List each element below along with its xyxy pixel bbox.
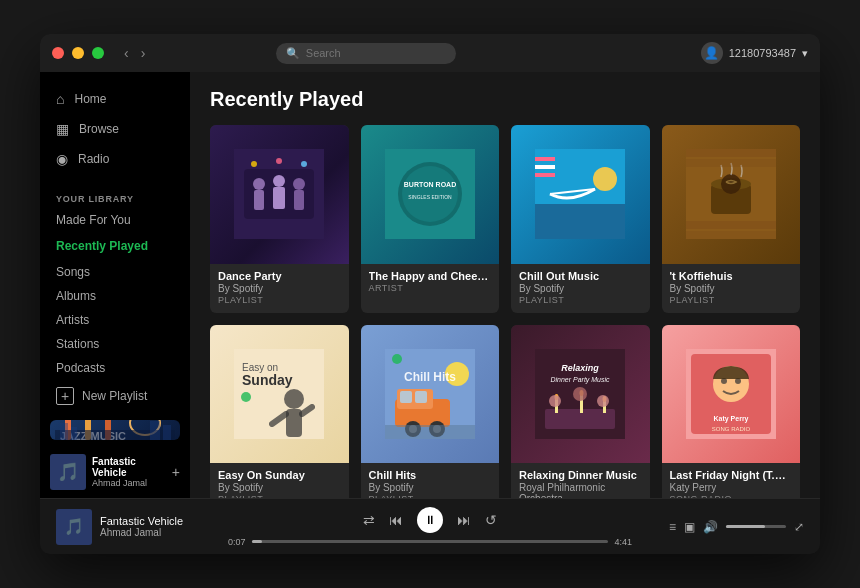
svg-point-73 <box>549 395 561 407</box>
sidebar-item-artists[interactable]: Artists <box>40 308 190 332</box>
card-title: Chill Out Music <box>519 270 642 282</box>
svg-point-74 <box>573 387 587 401</box>
progress-bar[interactable] <box>252 540 609 543</box>
svg-text:Relaxing: Relaxing <box>561 363 599 373</box>
card-relaxing-dinner[interactable]: Relaxing Dinner Party Music Relaxing Din… <box>511 325 650 499</box>
card-type: PLAYLIST <box>670 295 793 305</box>
svg-text:Dinner Party Music: Dinner Party Music <box>551 376 611 384</box>
card-info: Last Friday Night (T.G.I.F.) Katy Perry … <box>662 463 801 498</box>
minimize-button[interactable] <box>72 47 84 59</box>
next-button[interactable]: ⏭ <box>457 512 471 528</box>
player-track-info: 🎵 Fantastic Vehicle Ahmad Jamal <box>56 509 216 545</box>
devices-button[interactable]: ▣ <box>684 520 695 534</box>
sidebar-item-albums[interactable]: Albums <box>40 284 190 308</box>
card-thumb <box>210 125 349 264</box>
chevron-down-icon[interactable]: ▾ <box>802 47 808 60</box>
jazz-card[interactable]: JAZZ MUSIC <box>50 420 180 440</box>
volume-bar[interactable] <box>726 525 786 528</box>
sidebar-item-browse[interactable]: ▦ Browse <box>40 114 190 144</box>
card-happy-cheerful[interactable]: BURTON ROAD SINGLES EDITION The Happy an… <box>361 125 500 313</box>
card-thumb-inner: BURTON ROAD SINGLES EDITION <box>361 125 500 264</box>
card-koffiehuis[interactable]: 't Koffiehuis By Spotify PLAYLIST <box>662 125 801 313</box>
card-info: Dance Party By Spotify PLAYLIST <box>210 264 349 313</box>
maximize-button[interactable] <box>92 47 104 59</box>
svg-rect-16 <box>254 190 264 210</box>
card-info: 't Koffiehuis By Spotify PLAYLIST <box>662 264 801 313</box>
card-info: Chill Out Music By Spotify PLAYLIST <box>511 264 650 313</box>
search-bar[interactable]: 🔍 <box>276 43 456 64</box>
card-title: The Happy and Cheerful Music Jar <box>369 270 492 282</box>
sidebar-item-label: Browse <box>79 122 119 136</box>
svg-text:Chill Hits: Chill Hits <box>404 370 456 384</box>
volume-button[interactable]: 🔊 <box>703 520 718 534</box>
card-by: By Spotify <box>218 283 341 294</box>
sidebar-item-stations[interactable]: Stations <box>40 332 190 356</box>
volume-fill <box>726 525 765 528</box>
svg-rect-43 <box>686 231 776 239</box>
card-thumb-inner: Katy Perry SONG RADIO <box>662 325 801 464</box>
svg-point-17 <box>273 175 285 187</box>
svg-rect-55 <box>400 391 412 403</box>
svg-point-21 <box>251 161 257 167</box>
player-track-details: Fantastic Vehicle Ahmad Jamal <box>100 515 216 538</box>
svg-point-75 <box>597 395 609 407</box>
card-last-friday[interactable]: Katy Perry SONG RADIO Last Friday Night … <box>662 325 801 499</box>
card-title: Relaxing Dinner Music <box>519 469 642 481</box>
svg-text:SONG RADIO: SONG RADIO <box>712 426 751 432</box>
card-easy-sunday[interactable]: Easy on Sunday Easy On Sunday By Spotify… <box>210 325 349 499</box>
card-chill-hits[interactable]: Chill Hits Chill Hits By Spotify PLAYLIS… <box>361 325 500 499</box>
add-to-library-button[interactable]: + <box>172 464 180 480</box>
sidebar-item-recently-played[interactable]: Recently Played <box>40 232 190 260</box>
progress-fill <box>252 540 263 543</box>
card-type: ARTIST <box>369 283 492 293</box>
svg-point-15 <box>253 178 265 190</box>
browse-icon: ▦ <box>56 121 69 137</box>
time-total: 4:41 <box>614 537 632 547</box>
player-track-artist: Ahmad Jamal <box>100 527 216 538</box>
forward-button[interactable]: › <box>137 43 150 63</box>
queue-button[interactable]: ≡ <box>669 520 676 534</box>
card-by: Royal Philharmonic Orchestra <box>519 482 642 498</box>
prev-button[interactable]: ⏮ <box>389 512 403 528</box>
svg-point-31 <box>593 167 617 191</box>
card-info: The Happy and Cheerful Music Jar ARTIST <box>361 264 500 301</box>
main-content: Recently Played <box>190 72 820 498</box>
svg-rect-62 <box>385 425 475 439</box>
svg-text:Sunday: Sunday <box>242 372 293 388</box>
repeat-button[interactable]: ↺ <box>485 512 497 528</box>
card-thumb-inner: Chill Hits <box>361 325 500 464</box>
back-button[interactable]: ‹ <box>120 43 133 63</box>
new-playlist-label: New Playlist <box>82 389 147 403</box>
card-thumb: Relaxing Dinner Party Music <box>511 325 650 464</box>
card-dance-party[interactable]: Dance Party By Spotify PLAYLIST <box>210 125 349 313</box>
now-playing-info: Fantastic Vehicle Ahmad Jamal <box>92 456 166 488</box>
card-chill-out[interactable]: Chill Out Music By Spotify PLAYLIST <box>511 125 650 313</box>
sidebar-item-made-for-you[interactable]: Made For You <box>40 208 190 232</box>
card-title: Dance Party <box>218 270 341 282</box>
svg-rect-30 <box>535 204 625 239</box>
close-button[interactable] <box>52 47 64 59</box>
play-pause-button[interactable]: ⏸ <box>417 507 443 533</box>
sidebar-item-radio[interactable]: ◉ Radio <box>40 144 190 174</box>
svg-rect-20 <box>294 190 304 210</box>
sidebar-item-songs[interactable]: Songs <box>40 260 190 284</box>
card-by: Katy Perry <box>670 482 793 493</box>
search-input[interactable] <box>306 47 436 59</box>
new-playlist-button[interactable]: + New Playlist <box>40 380 190 412</box>
sidebar-item-home[interactable]: ⌂ Home <box>40 84 190 114</box>
now-playing-thumb: 🎵 <box>50 454 86 490</box>
svg-text:BURTON ROAD: BURTON ROAD <box>404 181 456 188</box>
card-thumb <box>662 125 801 264</box>
fullscreen-button[interactable]: ⤢ <box>794 520 804 534</box>
card-title: 't Koffiehuis <box>670 270 793 282</box>
svg-rect-12 <box>163 425 171 440</box>
main-layout: ⌂ Home ▦ Browse ◉ Radio YOUR LIBRARY Mad… <box>40 72 820 498</box>
player-track-name: Fantastic Vehicle <box>100 515 216 527</box>
sidebar-item-podcasts[interactable]: Podcasts <box>40 356 190 380</box>
user-id: 12180793487 <box>729 47 796 59</box>
svg-rect-42 <box>686 221 776 229</box>
svg-rect-10 <box>71 427 77 440</box>
card-info: Chill Hits By Spotify PLAYLIST <box>361 463 500 498</box>
shuffle-button[interactable]: ⇄ <box>363 512 375 528</box>
sidebar-now-playing: 🎵 Fantastic Vehicle Ahmad Jamal + <box>40 448 190 496</box>
